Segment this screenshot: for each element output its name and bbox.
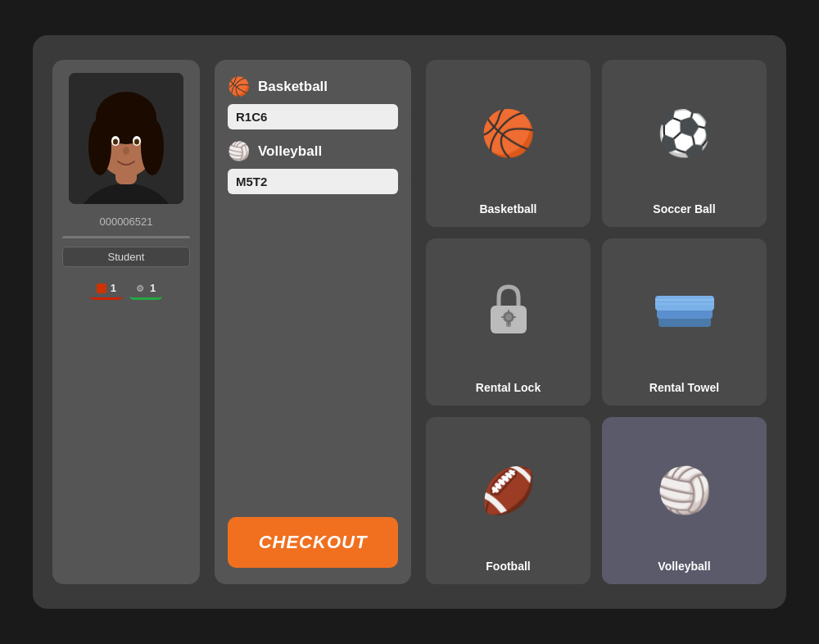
counter-gear-badge: ⚙ 1 — [129, 279, 162, 300]
rental-towel-icon — [609, 248, 760, 374]
basketball-cart-icon: 🏀 — [228, 76, 250, 98]
cart-item-basketball: 🏀 Basketball ✕ — [228, 76, 398, 129]
svg-point-9 — [113, 139, 118, 145]
svg-point-7 — [141, 118, 164, 175]
cart-panel: 🏀 Basketball ✕ 🏐 Volleyball ✕ CHECKOUT — [215, 60, 411, 584]
soccer-ball-icon: ⚽ — [609, 70, 760, 196]
svg-point-6 — [88, 118, 111, 175]
basketball-icon: 🏀 — [432, 70, 584, 196]
cart-item-volleyball-header: 🏐 Volleyball — [228, 141, 398, 162]
user-id: 000006521 — [99, 215, 152, 228]
volleyball-cart-icon: 🏐 — [228, 141, 250, 162]
svg-point-11 — [134, 139, 139, 145]
equip-card-volleyball[interactable]: 🏐 Volleyball — [602, 417, 767, 584]
equip-card-basketball[interactable]: 🏀 Basketball — [426, 60, 590, 227]
user-panel: 000006521 Student 1 ⚙ 1 — [52, 60, 200, 584]
svg-rect-23 — [655, 296, 714, 311]
basketball-input-row: ✕ — [228, 104, 398, 129]
volleyball-clear-button[interactable]: ✕ — [401, 174, 412, 189]
basketball-label: Basketball — [479, 202, 536, 215]
basketball-cart-name: Basketball — [258, 79, 328, 95]
counter-items-badge: 1 — [90, 279, 123, 300]
user-counters: 1 ⚙ 1 — [90, 279, 162, 300]
main-container: 000006521 Student 1 ⚙ 1 🏀 Basketball ✕ — [33, 35, 786, 609]
volleyball-icon: 🏐 — [609, 427, 760, 553]
cart-item-volleyball: 🏐 Volleyball ✕ — [228, 141, 398, 194]
volleyball-cart-name: Volleyball — [258, 143, 322, 160]
rental-towel-label: Rental Towel — [649, 381, 719, 394]
cart-item-basketball-header: 🏀 Basketball — [228, 76, 398, 98]
equip-card-football[interactable]: 🏈 Football — [426, 417, 590, 584]
checkout-button[interactable]: CHECKOUT — [228, 517, 398, 568]
user-photo — [69, 73, 183, 204]
volleyball-label: Volleyball — [658, 560, 710, 573]
basketball-clear-button[interactable]: ✕ — [401, 109, 412, 125]
volleyball-tag-input[interactable] — [236, 175, 395, 188]
football-icon: 🏈 — [432, 427, 584, 553]
rental-lock-icon — [432, 248, 584, 374]
equip-card-soccer-ball[interactable]: ⚽ Soccer Ball — [602, 60, 767, 227]
user-divider — [62, 236, 190, 238]
counter-gear-value: 1 — [150, 282, 156, 294]
user-role-badge: Student — [62, 247, 190, 267]
football-label: Football — [486, 560, 530, 573]
volleyball-input-row: ✕ — [228, 169, 398, 194]
svg-point-12 — [123, 147, 129, 155]
equipment-panel: 🏀 Basketball ⚽ Soccer Ball — [426, 60, 767, 584]
basketball-tag-input[interactable] — [236, 110, 395, 124]
equip-card-rental-towel[interactable]: Rental Towel — [602, 238, 767, 406]
equip-card-rental-lock[interactable]: Rental Lock — [426, 238, 590, 406]
soccer-ball-label: Soccer Ball — [653, 202, 715, 215]
gear-icon: ⚙ — [136, 283, 146, 293]
counter-items-icon — [97, 283, 106, 293]
rental-lock-label: Rental Lock — [476, 381, 541, 394]
counter-items-value: 1 — [111, 282, 116, 294]
